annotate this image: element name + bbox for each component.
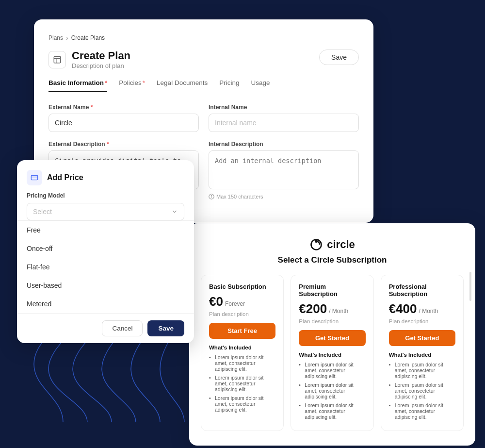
external-desc-label: External Description * (48, 141, 199, 148)
internal-name-group: Internal Name (209, 104, 359, 132)
whats-included-2: What's Included (389, 352, 455, 358)
cancel-button[interactable]: Cancel (102, 320, 143, 336)
dropdown-options: Free Once-off Flat-fee User-based Metere… (17, 220, 194, 313)
plan-desc-0: Plan description (209, 311, 275, 317)
circle-logo-text: circle (327, 238, 355, 251)
breadcrumb-current: Create Plans (71, 34, 105, 41)
list-item: Lorem ipsum dolor sit amet, consectetur … (299, 362, 365, 379)
save-button-top[interactable]: Save (319, 50, 359, 65)
form-row-names: External Name * Internal Name (48, 104, 359, 132)
internal-desc-label: Internal Description (209, 141, 359, 148)
tab-usage[interactable]: Usage (251, 79, 270, 92)
tab-legal-documents[interactable]: Legal Documents (157, 79, 208, 92)
add-price-card: Add Price Pricing Model Select Free Once… (17, 160, 194, 343)
external-name-input[interactable] (48, 114, 199, 132)
price-period-2: / Month (419, 308, 438, 315)
plan-card-basic: Basic Subscription €0 Forever Plan descr… (201, 275, 284, 431)
price-amount-2: €400 (389, 301, 417, 316)
card-title-text: Create Plan Description of plan (72, 50, 130, 69)
option-free[interactable]: Free (17, 221, 194, 239)
plan-name-1: Premium Subscription (299, 283, 365, 298)
svg-point-8 (211, 195, 212, 196)
add-price-icon (27, 170, 42, 185)
chevron-down-icon (171, 208, 178, 215)
external-name-label: External Name * (48, 104, 199, 111)
external-name-group: External Name * (48, 104, 199, 132)
plan-subtitle: Description of plan (72, 62, 130, 69)
breadcrumb-separator: › (66, 34, 68, 42)
plan-card-premium: Premium Subscription €200 / Month Plan d… (291, 275, 373, 431)
whats-included-0: What's Included (209, 345, 275, 350)
breadcrumb-parent[interactable]: Plans (48, 34, 63, 41)
svg-rect-0 (54, 56, 61, 63)
option-user-based[interactable]: User-based (17, 276, 194, 295)
save-button[interactable]: Save (147, 320, 184, 336)
price-amount-1: €200 (299, 301, 327, 316)
option-flat-fee[interactable]: Flat-fee (17, 258, 194, 276)
subscription-title: Select a Circle Subscription (201, 255, 464, 265)
tab-policies[interactable]: Policies (119, 79, 145, 92)
internal-name-input[interactable] (209, 114, 359, 132)
circle-logo-svg (309, 238, 323, 251)
internal-name-label: Internal Name (209, 104, 359, 111)
internal-desc-group: Internal Description Max 150 characters (209, 141, 359, 199)
plan-btn-1[interactable]: Get Started (299, 330, 365, 346)
tabs-bar: Basic Information Policies Legal Documen… (48, 79, 359, 92)
price-period-0: Forever (225, 300, 245, 307)
plan-btn-2[interactable]: Get Started (389, 330, 455, 346)
whats-included-1: What's Included (299, 352, 365, 358)
add-price-footer: Cancel Save (17, 313, 194, 343)
pricing-model-section: Pricing Model Select (17, 185, 194, 220)
pricing-model-select[interactable]: Select (27, 203, 184, 220)
page-title: Create Plan (72, 50, 130, 62)
list-item: Lorem ipsum dolor sit amet, consectetur … (209, 375, 275, 392)
list-item: Lorem ipsum dolor sit amet, consectetur … (209, 395, 275, 413)
plan-desc-1: Plan description (299, 318, 365, 324)
included-list-0: Lorem ipsum dolor sit amet, consectetur … (209, 354, 275, 413)
price-amount-0: €0 (209, 294, 223, 309)
add-price-title: Add Price (47, 173, 83, 182)
list-item: Lorem ipsum dolor sit amet, consectetur … (389, 382, 455, 399)
internal-desc-textarea[interactable] (209, 150, 359, 189)
included-list-2: Lorem ipsum dolor sit amet, consectetur … (389, 362, 455, 420)
plan-name-0: Basic Subscription (209, 283, 275, 290)
scroll-indicator (469, 272, 471, 301)
breadcrumb: Plans › Create Plans (48, 34, 359, 42)
tab-pricing[interactable]: Pricing (219, 79, 239, 92)
plan-card-professional: Professional Subscription €400 / Month P… (381, 275, 464, 431)
circle-logo: circle (201, 238, 464, 251)
internal-desc-hint: Max 150 characters (209, 194, 359, 199)
option-metered[interactable]: Metered (17, 295, 194, 313)
list-item: Lorem ipsum dolor sit amet, consectetur … (389, 362, 455, 379)
tab-basic-information[interactable]: Basic Information (48, 79, 107, 92)
plan-price-0: €0 Forever (209, 294, 275, 309)
plan-price-2: €400 / Month (389, 301, 455, 316)
pricing-model-label: Pricing Model (27, 192, 184, 199)
add-price-header: Add Price (17, 160, 194, 185)
price-period-1: / Month (329, 308, 348, 315)
plan-desc-2: Plan description (389, 318, 455, 324)
list-item: Lorem ipsum dolor sit amet, consectetur … (299, 402, 365, 420)
list-item: Lorem ipsum dolor sit amet, consectetur … (209, 354, 275, 372)
included-list-1: Lorem ipsum dolor sit amet, consectetur … (299, 362, 365, 420)
subscription-card: circle Select a Circle Subscription Basi… (189, 223, 475, 446)
list-item: Lorem ipsum dolor sit amet, consectetur … (299, 382, 365, 399)
card-title-section: Create Plan Description of plan (48, 50, 130, 69)
plans-grid: Basic Subscription €0 Forever Plan descr… (201, 275, 464, 431)
option-once-off[interactable]: Once-off (17, 239, 194, 258)
card-header: Create Plan Description of plan Save (48, 50, 359, 69)
list-item: Lorem ipsum dolor sit amet, consectetur … (389, 402, 455, 420)
plan-btn-0[interactable]: Start Free (209, 323, 275, 339)
plan-icon (48, 51, 66, 68)
svg-rect-9 (31, 175, 37, 180)
plan-price-1: €200 / Month (299, 301, 365, 316)
select-placeholder: Select (33, 208, 52, 216)
plan-name-2: Professional Subscription (389, 283, 455, 298)
